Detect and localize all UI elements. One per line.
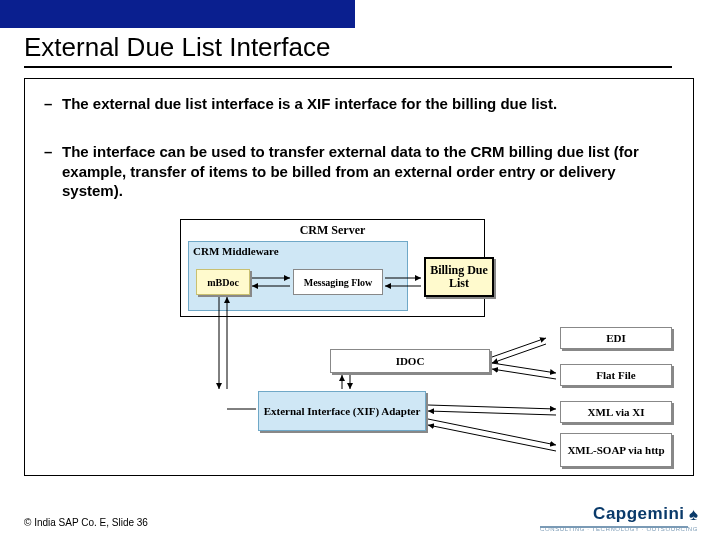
crm-server-label: CRM Server (180, 223, 485, 238)
xif-adapter-box: External Interface (XIF) Adapter (258, 391, 426, 431)
bullet-item: – The interface can be used to transfer … (62, 142, 674, 201)
svg-line-16 (428, 425, 556, 451)
svg-line-9 (492, 338, 546, 357)
svg-line-12 (492, 369, 556, 379)
bullet-item: – The external due list interface is a X… (62, 94, 672, 114)
flat-file-box: Flat File (560, 364, 672, 386)
slide-title: External Due List Interface (24, 32, 330, 63)
slide: External Due List Interface – The extern… (0, 0, 720, 540)
svg-line-14 (428, 411, 556, 415)
svg-line-11 (492, 363, 556, 373)
bullet-dash-icon: – (44, 142, 52, 162)
xml-soap-box: XML-SOAP via http (560, 433, 672, 467)
messaging-flow-box: Messaging Flow (293, 269, 383, 295)
bullet-text: The external due list interface is a XIF… (62, 95, 557, 112)
edi-box: EDI (560, 327, 672, 349)
architecture-diagram: CRM Server CRM Middleware mBDoc Messagin… (128, 219, 688, 469)
crm-middleware-label: CRM Middleware (193, 245, 279, 257)
idoc-box: IDOC (330, 349, 490, 373)
svg-line-10 (492, 344, 546, 363)
xml-xi-box: XML via XI (560, 401, 672, 423)
footer-logo: Capgemini ♠ CONSULTING · TECHNOLOGY · OU… (540, 504, 698, 532)
title-underline (24, 66, 672, 68)
billing-due-list-box: Billing Due List (424, 257, 494, 297)
svg-line-15 (428, 419, 556, 445)
svg-line-13 (428, 405, 556, 409)
bullet-text: The interface can be used to transfer ex… (62, 143, 639, 199)
footer-copyright: © India SAP Co. E, Slide 36 (24, 517, 148, 528)
logo-tagline: CONSULTING · TECHNOLOGY · OUTSOURCING (540, 526, 698, 532)
mbdoc-box: mBDoc (196, 269, 250, 295)
logo-text: Capgemini (593, 504, 684, 523)
spade-icon: ♠ (689, 505, 698, 525)
bullet-dash-icon: – (44, 94, 52, 114)
title-accent-bar (0, 0, 355, 28)
